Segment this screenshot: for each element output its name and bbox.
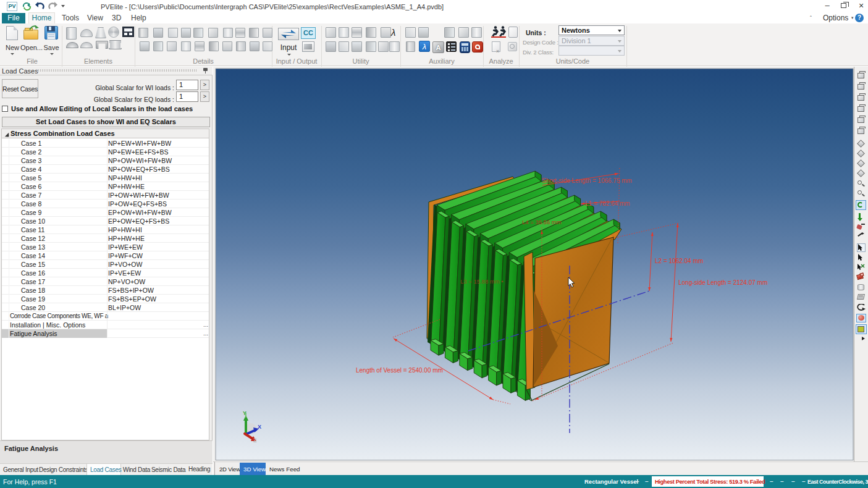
svg-text:X: X bbox=[258, 424, 261, 430]
svg-text:Long-side Length = 2124.07 mm: Long-side Length = 2124.07 mm bbox=[678, 279, 767, 286]
svg-text:L2 = 1062.04 mm: L2 = 1062.04 mm bbox=[655, 258, 703, 264]
svg-text:Z: Z bbox=[253, 437, 257, 444]
svg-text:Y: Y bbox=[243, 410, 246, 416]
svg-text:L4 = 35.56 mm: L4 = 35.56 mm bbox=[522, 219, 562, 225]
svg-text:L3 = 15.88 mm •: L3 = 15.88 mm • bbox=[460, 278, 504, 285]
svg-text:L1 = 782.64 mm: L1 = 782.64 mm bbox=[585, 200, 630, 207]
svg-text:Length of Vessel = 2540.00 mm: Length of Vessel = 2540.00 mm bbox=[356, 367, 443, 374]
svg-text:Short-side Length = 1066.75 mm: Short-side Length = 1066.75 mm bbox=[542, 177, 632, 184]
